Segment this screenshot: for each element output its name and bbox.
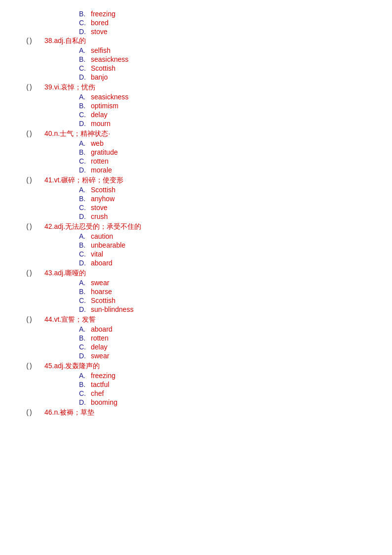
option-text: booming [91, 398, 118, 406]
option-text: selfish [91, 46, 111, 54]
top-options: B.freezingC.boredD.stove [20, 10, 372, 36]
option-line: B.anyhow [79, 195, 372, 203]
option-text: hoarse [91, 288, 112, 296]
question-block: ()46.n.被褥；草垫 [20, 408, 372, 417]
paren-left: ( [20, 176, 30, 184]
option-text: rotten [91, 157, 109, 165]
option-line: B.rotten [79, 334, 372, 342]
question-line: ()40.n.士气；精神状态· [20, 129, 372, 138]
question-text: 38.adj.自私的 [44, 37, 86, 45]
option-label: D. [79, 73, 89, 81]
option-line: D.booming [79, 398, 372, 406]
option-label: C. [79, 19, 89, 27]
option-label: B. [79, 10, 89, 18]
option-line: C.vital [79, 250, 372, 258]
option-text: unbearable [91, 241, 125, 249]
option-label: C. [79, 250, 89, 258]
paren-left: ( [20, 37, 30, 44]
option-line: B.gratitude [79, 148, 372, 156]
question-block: ()40.n.士气；精神状态·A.webB.gratitudeC.rottenD… [20, 129, 372, 174]
option-label: B. [79, 195, 89, 203]
option-label: A. [79, 139, 89, 147]
paren-space: ) [30, 362, 44, 370]
option-label: C. [79, 157, 89, 165]
option-label: D. [79, 166, 89, 174]
option-label: B. [79, 381, 89, 388]
option-line: A.Scottish [79, 186, 372, 194]
question-line: ()41.vt.碾碎；粉碎；使变形 [20, 176, 372, 185]
option-line: C.chef [79, 389, 372, 397]
option-text: stove [91, 204, 107, 212]
option-text: anyhow [91, 195, 115, 203]
question-block: ()39.vi.哀悼；忧伤A.seasicknessB.optimismC.de… [20, 83, 372, 128]
option-line: C.rotten [79, 157, 372, 165]
paren-left: ( [20, 362, 30, 370]
option-text: Scottish [91, 64, 116, 72]
question-text: 42.adj.无法忍受的；承受不住的 [44, 222, 141, 231]
option-text: banjo [91, 73, 108, 81]
paren-space: ) [30, 222, 44, 230]
option-line: A.selfish [79, 46, 372, 54]
option-line: D.banjo [79, 73, 372, 81]
question-text: 45.adj.发轰隆声的 [44, 362, 100, 371]
question-line: ()44.vt.宣誓；发誓 [20, 315, 372, 324]
option-label: D. [79, 352, 89, 360]
question-text: 41.vt.碾碎；粉碎；使变形 [44, 176, 123, 185]
paren-left: ( [20, 222, 30, 230]
option-label: B. [79, 148, 89, 156]
paren-space: ) [30, 129, 44, 137]
option-line: C.bored [79, 19, 372, 27]
paren-left: ( [20, 269, 30, 277]
option-line: D.sun-blindness [79, 305, 372, 313]
option-label: B. [79, 288, 89, 296]
option-label: C. [79, 64, 89, 72]
option-line: D.stove [79, 28, 372, 36]
question-line: ()38.adj.自私的 [20, 37, 372, 45]
paren-space: ) [30, 176, 44, 184]
option-text: swear [91, 352, 109, 360]
option-line: B.hoarse [79, 288, 372, 296]
option-line: B.seasickness [79, 55, 372, 63]
question-line: ()45.adj.发轰隆声的 [20, 362, 372, 371]
question-line: ()46.n.被褥；草垫 [20, 408, 372, 417]
option-text: aboard [91, 259, 113, 267]
option-text: stove [91, 28, 107, 36]
option-text: swear [91, 279, 109, 287]
option-label: C. [79, 389, 89, 397]
option-text: gratitude [91, 148, 118, 156]
option-text: Scottish [91, 186, 116, 194]
option-line: D.mourn [79, 120, 372, 128]
paren-space: ) [30, 83, 44, 91]
paren-left: ( [20, 315, 30, 323]
option-text: delay [91, 343, 107, 351]
option-line: B.tactful [79, 381, 372, 388]
option-label: A. [79, 325, 89, 333]
question-block: ()38.adj.自私的A.selfishB.seasicknessC.Scot… [20, 37, 372, 81]
option-text: rotten [91, 334, 109, 342]
option-text: delay [91, 111, 107, 119]
option-line: C.delay [79, 343, 372, 351]
option-text: web [91, 139, 104, 147]
option-line: C.delay [79, 111, 372, 119]
option-text: seasickness [91, 93, 128, 101]
option-line: C.Scottish [79, 64, 372, 72]
option-line: B.optimism [79, 102, 372, 110]
main-content: B.freezingC.boredD.stove()38.adj.自私的A.se… [0, 10, 392, 417]
paren-left: ( [20, 408, 30, 416]
option-label: B. [79, 334, 89, 342]
question-text: 39.vi.哀悼；忧伤 [44, 83, 95, 92]
option-line: B.unbearable [79, 241, 372, 249]
option-label: A. [79, 93, 89, 101]
option-label: B. [79, 55, 89, 63]
option-line: A.caution [79, 232, 372, 240]
option-text: freezing [91, 372, 116, 380]
option-label: D. [79, 259, 89, 267]
paren-space: ) [30, 37, 44, 44]
option-label: D. [79, 305, 89, 313]
paren-left: ( [20, 83, 30, 91]
question-text: 43.adj.嘶哑的 [44, 269, 86, 278]
question-block: ()44.vt.宣誓；发誓A.aboardB.rottenC.delayD.sw… [20, 315, 372, 360]
option-text: mourn [91, 120, 111, 128]
paren-space: ) [30, 315, 44, 323]
question-line: ()43.adj.嘶哑的 [20, 269, 372, 278]
